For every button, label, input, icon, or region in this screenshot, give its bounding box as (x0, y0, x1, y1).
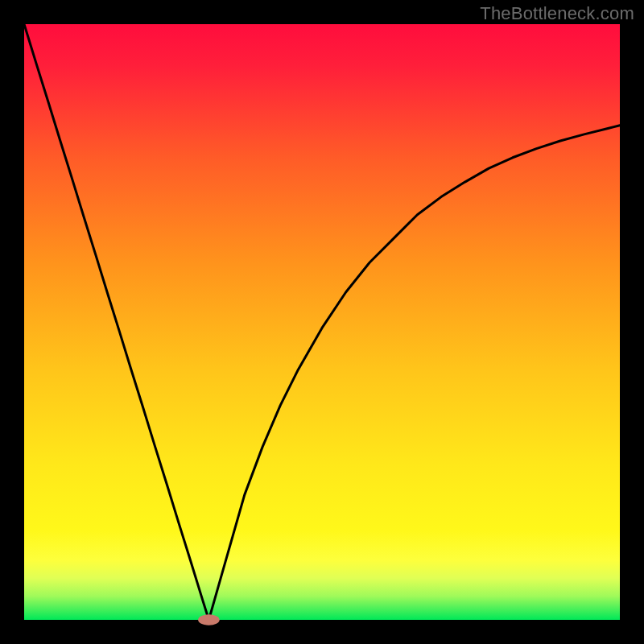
plot-background (24, 24, 620, 620)
bottleneck-chart (24, 24, 620, 620)
vertex-marker (198, 614, 220, 625)
watermark-text: TheBottleneck.com (480, 3, 634, 24)
chart-frame: TheBottleneck.com (0, 0, 644, 644)
